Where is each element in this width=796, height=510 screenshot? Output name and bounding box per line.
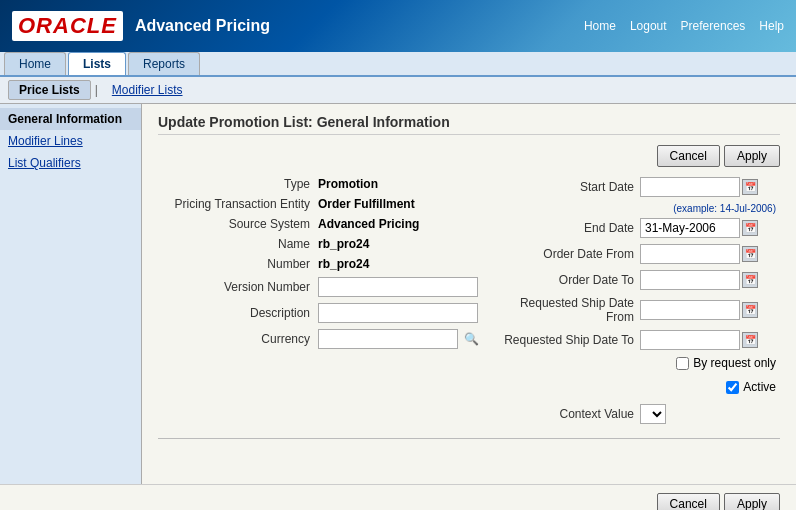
sidebar-item-modifier-lines[interactable]: Modifier Lines xyxy=(0,130,141,152)
context-value-label: Context Value xyxy=(500,407,640,421)
nav-help[interactable]: Help xyxy=(759,19,784,33)
nav-logout[interactable]: Logout xyxy=(630,19,667,33)
subtab-separator: | xyxy=(95,83,98,97)
by-request-label: By request only xyxy=(693,356,776,370)
order-date-from-row: Order Date From 📅 xyxy=(500,244,780,264)
by-request-row: By request only xyxy=(500,356,780,374)
number-value: rb_pro24 xyxy=(318,257,369,271)
cancel-button-bottom[interactable]: Cancel xyxy=(657,493,720,510)
bottom-buttons: Cancel Apply xyxy=(0,484,796,510)
type-row: Type Promotion xyxy=(158,177,480,191)
req-ship-to-calendar-icon[interactable]: 📅 xyxy=(742,332,758,348)
apply-button-top[interactable]: Apply xyxy=(724,145,780,167)
order-date-to-label: Order Date To xyxy=(500,273,640,287)
version-input[interactable] xyxy=(318,277,478,297)
description-label: Description xyxy=(158,306,318,320)
top-buttons: Cancel Apply xyxy=(158,145,780,167)
description-input[interactable] xyxy=(318,303,478,323)
context-value-select[interactable] xyxy=(640,404,666,424)
end-date-label: End Date xyxy=(500,221,640,235)
req-ship-from-label: Requested Ship Date From xyxy=(500,296,640,324)
pricing-entity-value: Order Fulfillment xyxy=(318,197,415,211)
req-ship-from-calendar-icon[interactable]: 📅 xyxy=(742,302,758,318)
order-date-from-input[interactable] xyxy=(640,244,740,264)
main-layout: General Information Modifier Lines List … xyxy=(0,104,796,484)
req-ship-to-label: Requested Ship Date To xyxy=(500,333,640,347)
form-section: Type Promotion Pricing Transaction Entit… xyxy=(158,177,780,430)
divider xyxy=(158,438,780,439)
active-checkbox[interactable] xyxy=(726,381,739,394)
tab-bar: Home Lists Reports xyxy=(0,52,796,77)
name-label: Name xyxy=(158,237,318,251)
apply-button-bottom[interactable]: Apply xyxy=(724,493,780,510)
header-nav: Home Logout Preferences Help xyxy=(584,19,784,33)
currency-row: Currency 🔍 xyxy=(158,329,480,349)
source-system-row: Source System Advanced Pricing xyxy=(158,217,480,231)
start-date-example: (example: 14-Jul-2006) xyxy=(506,203,776,214)
currency-field-group: 🔍 xyxy=(318,329,480,349)
start-date-label: Start Date xyxy=(500,180,640,194)
page-title: Update Promotion List: General Informati… xyxy=(158,114,780,135)
version-row: Version Number xyxy=(158,277,480,297)
description-row: Description xyxy=(158,303,480,323)
order-date-from-calendar-icon[interactable]: 📅 xyxy=(742,246,758,262)
cancel-button-top[interactable]: Cancel xyxy=(657,145,720,167)
tab-lists[interactable]: Lists xyxy=(68,52,126,75)
order-date-to-input[interactable] xyxy=(640,270,740,290)
end-date-input[interactable] xyxy=(640,218,740,238)
nav-home[interactable]: Home xyxy=(584,19,616,33)
currency-label: Currency xyxy=(158,332,318,346)
currency-search-icon[interactable]: 🔍 xyxy=(462,330,480,348)
req-ship-to-input[interactable] xyxy=(640,330,740,350)
subtab-bar: Price Lists | Modifier Lists xyxy=(0,77,796,104)
by-request-checkbox-group: By request only xyxy=(676,356,776,370)
type-label: Type xyxy=(158,177,318,191)
app-title: Advanced Pricing xyxy=(135,17,270,35)
order-date-from-label: Order Date From xyxy=(500,247,640,261)
order-date-to-row: Order Date To 📅 xyxy=(500,270,780,290)
start-date-row: Start Date 📅 xyxy=(500,177,780,197)
currency-input[interactable] xyxy=(318,329,458,349)
tab-home[interactable]: Home xyxy=(4,52,66,75)
name-row: Name rb_pro24 xyxy=(158,237,480,251)
pricing-entity-row: Pricing Transaction Entity Order Fulfill… xyxy=(158,197,480,211)
subtab-modifier-lists[interactable]: Modifier Lists xyxy=(102,81,193,99)
name-value: rb_pro24 xyxy=(318,237,369,251)
number-row: Number rb_pro24 xyxy=(158,257,480,271)
form-left: Type Promotion Pricing Transaction Entit… xyxy=(158,177,480,430)
form-right: Start Date 📅 (example: 14-Jul-2006) End … xyxy=(500,177,780,430)
source-system-value: Advanced Pricing xyxy=(318,217,419,231)
subtab-price-lists[interactable]: Price Lists xyxy=(8,80,91,100)
active-row: Active xyxy=(500,380,780,398)
end-date-calendar-icon[interactable]: 📅 xyxy=(742,220,758,236)
version-label: Version Number xyxy=(158,280,318,294)
start-date-input[interactable] xyxy=(640,177,740,197)
req-ship-from-row: Requested Ship Date From 📅 xyxy=(500,296,780,324)
source-system-label: Source System xyxy=(158,217,318,231)
content-area: Update Promotion List: General Informati… xyxy=(142,104,796,484)
sidebar-item-list-qualifiers[interactable]: List Qualifiers xyxy=(0,152,141,174)
start-date-calendar-icon[interactable]: 📅 xyxy=(742,179,758,195)
req-ship-from-input[interactable] xyxy=(640,300,740,320)
pricing-entity-label: Pricing Transaction Entity xyxy=(158,197,318,211)
req-ship-to-row: Requested Ship Date To 📅 xyxy=(500,330,780,350)
sidebar: General Information Modifier Lines List … xyxy=(0,104,142,484)
number-label: Number xyxy=(158,257,318,271)
active-label: Active xyxy=(743,380,776,394)
end-date-row: End Date 📅 xyxy=(500,218,780,238)
header-logo: ORACLE Advanced Pricing xyxy=(12,11,270,41)
tab-reports[interactable]: Reports xyxy=(128,52,200,75)
type-value: Promotion xyxy=(318,177,378,191)
header: ORACLE Advanced Pricing Home Logout Pref… xyxy=(0,0,796,52)
oracle-logo: ORACLE xyxy=(12,11,123,41)
sidebar-item-general-information[interactable]: General Information xyxy=(0,108,141,130)
nav-preferences[interactable]: Preferences xyxy=(681,19,746,33)
order-date-to-calendar-icon[interactable]: 📅 xyxy=(742,272,758,288)
by-request-checkbox[interactable] xyxy=(676,357,689,370)
active-checkbox-group: Active xyxy=(726,380,776,394)
context-value-row: Context Value xyxy=(500,404,780,424)
